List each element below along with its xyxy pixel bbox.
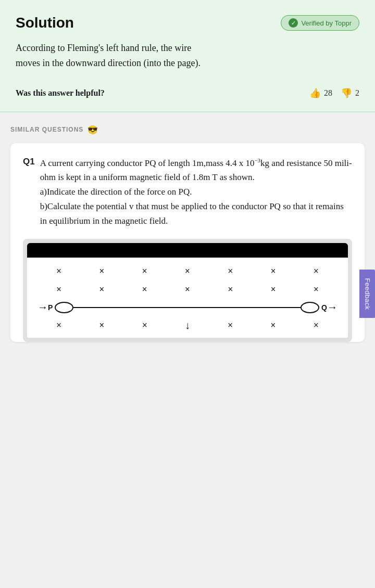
solution-header: Solution ✓ Verified by Toppr xyxy=(16,15,359,31)
x-row-2: × × × × × × × xyxy=(38,284,338,295)
vote-buttons: 👍 28 👎 2 xyxy=(309,87,359,99)
arrow-down-icon: ↓ xyxy=(185,319,190,331)
arrow-left-icon: → xyxy=(38,301,48,313)
solution-section: Solution ✓ Verified by Toppr According t… xyxy=(0,0,375,112)
thumbs-up-count: 28 xyxy=(324,88,332,98)
sunglasses-emoji: 😎 xyxy=(88,125,98,135)
question-text: A current carrying conductor PQ of lengt… xyxy=(40,156,352,229)
answer-helpful-row: Was this answer helpful? 👍 28 👎 2 xyxy=(16,83,359,99)
diagram-white-area: × × × × × × × × × × × × × × xyxy=(27,258,348,338)
verified-icon: ✓ xyxy=(289,18,298,28)
diagram-container: × × × × × × × × × × × × × × xyxy=(23,239,352,342)
thumbs-up-icon: 👍 xyxy=(309,87,321,99)
conductor-row: → P Q → xyxy=(38,301,338,313)
solution-text: According to Fleming's left hand rule, t… xyxy=(16,41,359,71)
thumbs-down-icon: 👎 xyxy=(341,87,352,99)
label-p: P xyxy=(48,303,53,312)
helpful-label: Was this answer helpful? xyxy=(16,88,105,98)
x-row-1: × × × × × × × xyxy=(38,266,338,277)
thumbs-up-button[interactable]: 👍 28 xyxy=(309,87,332,99)
thumbs-down-count: 2 xyxy=(355,88,359,98)
question-number: Q1 xyxy=(23,157,35,229)
diagram-black-bar xyxy=(27,243,348,258)
verified-badge: ✓ Verified by Toppr xyxy=(281,15,359,31)
question-card-1: Q1 A current carrying conductor PQ of le… xyxy=(10,143,365,342)
question-content: Q1 A current carrying conductor PQ of le… xyxy=(23,156,352,229)
x-row-3: × × × ↓ × × × xyxy=(38,319,338,331)
arrow-right-icon: → xyxy=(327,301,338,313)
similar-header: SIMILAR QUESTIONS 😎 xyxy=(10,125,365,135)
label-q: Q xyxy=(321,303,327,312)
thumbs-down-button[interactable]: 👎 2 xyxy=(341,87,359,99)
verified-label: Verified by Toppr xyxy=(301,19,352,27)
similar-questions-title: SIMILAR QUESTIONS xyxy=(10,126,83,133)
solution-title: Solution xyxy=(16,15,74,31)
feedback-tab[interactable]: Feedback xyxy=(359,270,375,318)
similar-questions-section: SIMILAR QUESTIONS 😎 Q1 A current carryin… xyxy=(0,112,375,342)
